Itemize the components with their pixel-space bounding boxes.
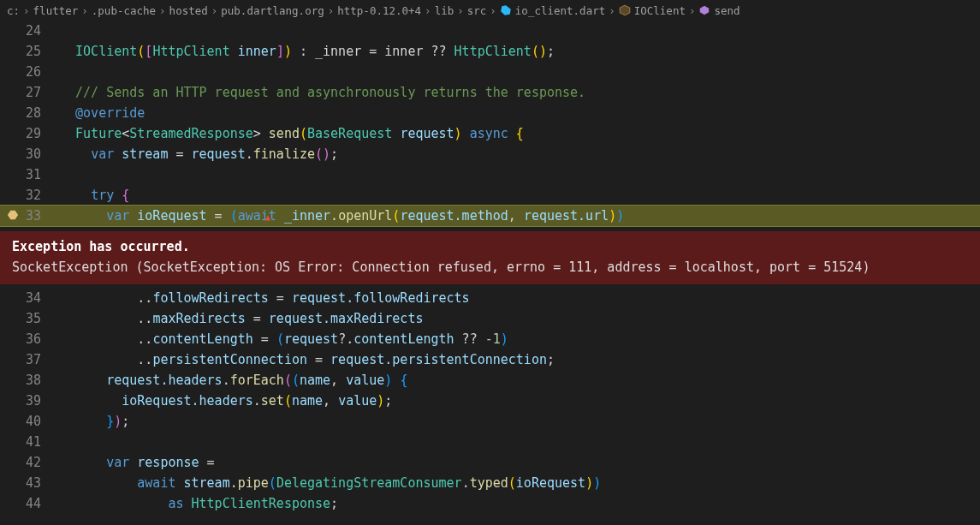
- chevron-right-icon: ›: [211, 4, 218, 17]
- line-number: 26: [0, 62, 60, 82]
- breadcrumb-item[interactable]: lib: [435, 4, 454, 17]
- code-editor[interactable]: 24 25 IOClient([HttpClient inner]) : _in…: [0, 21, 980, 514]
- line-number: 29: [0, 123, 60, 144]
- chevron-right-icon: ›: [159, 4, 166, 17]
- breadcrumb-item-class[interactable]: IOClient: [619, 4, 686, 17]
- line-number: 41: [0, 432, 60, 452]
- chevron-right-icon: ›: [609, 4, 615, 17]
- line-number: 36: [0, 329, 60, 349]
- breadcrumb: c: › flutter › .pub-cache › hosted › pub…: [0, 0, 980, 21]
- line-number: 27: [0, 82, 60, 103]
- line-number: 40: [0, 411, 60, 432]
- chevron-right-icon: ›: [490, 4, 496, 17]
- chevron-right-icon: ›: [81, 4, 88, 17]
- line-number: 28: [0, 103, 60, 123]
- line-number: 24: [0, 21, 60, 41]
- breakpoint-icon[interactable]: [7, 209, 19, 221]
- chevron-right-icon: ›: [425, 4, 431, 17]
- chevron-right-icon: ›: [457, 4, 464, 17]
- line-number: 32: [0, 185, 60, 206]
- line-number: 38: [0, 370, 60, 391]
- error-squiggle-icon: ▲: [265, 207, 270, 228]
- breadcrumb-item[interactable]: http-0.12.0+4: [337, 4, 421, 17]
- breadcrumb-item-file[interactable]: io_client.dart: [500, 4, 605, 17]
- line-number: 42: [0, 452, 60, 473]
- method-icon: [698, 4, 710, 16]
- line-number: 30: [0, 144, 60, 164]
- dart-file-icon: [500, 4, 512, 16]
- execution-line: 33 var ioRequest = (await _inner.openUrl…: [0, 206, 980, 226]
- breadcrumb-item[interactable]: hosted: [169, 4, 208, 17]
- breadcrumb-item[interactable]: src: [467, 4, 487, 17]
- chevron-right-icon: ›: [328, 4, 335, 17]
- line-number: 44: [0, 493, 60, 514]
- breadcrumb-item[interactable]: flutter: [33, 4, 79, 17]
- chevron-right-icon: ›: [23, 4, 30, 17]
- exception-panel: Exception has occurred. SocketException …: [0, 231, 980, 284]
- line-number: 35: [0, 308, 60, 329]
- line-number: 39: [0, 391, 60, 411]
- class-icon: [619, 4, 631, 16]
- breadcrumb-item[interactable]: pub.dartlang.org: [221, 4, 324, 17]
- line-number: 34: [0, 288, 60, 308]
- line-number: 31: [0, 164, 60, 185]
- breadcrumb-item[interactable]: c:: [7, 4, 20, 17]
- chevron-right-icon: ›: [689, 4, 696, 17]
- breadcrumb-item[interactable]: .pub-cache: [92, 4, 156, 17]
- exception-title: Exception has occurred.: [12, 238, 968, 255]
- line-number: 43: [0, 473, 60, 493]
- line-number: 25: [0, 41, 60, 62]
- exception-message: SocketException (SocketException: OS Err…: [12, 259, 968, 276]
- breadcrumb-item-method[interactable]: send: [698, 4, 739, 17]
- line-number: 37: [0, 349, 60, 370]
